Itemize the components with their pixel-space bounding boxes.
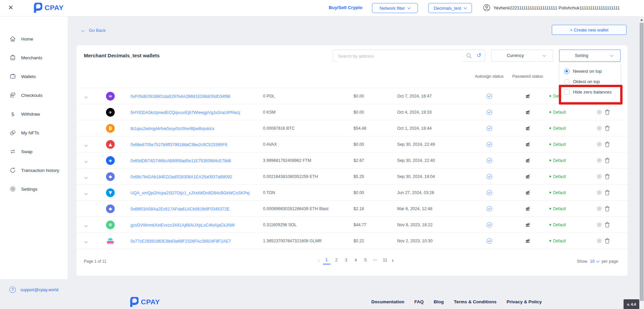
sidebar-item-merchants[interactable]: Merchants	[0, 51, 68, 64]
wallet-address-link[interactable]: 0x65dDB74D7468cAB8959ad5e11E75393984cE78…	[125, 159, 231, 163]
close-icon[interactable]: ✕	[8, 4, 13, 11]
sorting-option-newest-on-top[interactable]: Newest on top	[559, 66, 621, 76]
footer-logo[interactable]: CPAY	[128, 297, 160, 307]
wallet-created-date: Oct 1, 2024, 18:44	[397, 126, 473, 131]
page-button-5[interactable]: 5	[362, 257, 369, 264]
wallet-settings-gear-icon[interactable]	[596, 141, 602, 147]
sidebar-item-label: Transaction history	[21, 168, 59, 173]
wallet-address-link[interactable]: 0x66e8705e7527b9ff379918bbC9be2c9C523395…	[125, 142, 227, 147]
default-status-badge: Default	[549, 223, 590, 227]
table-row: ✈ 5HYiDDASkztpnedECQqvusrEjb7WteegpVgJsG…	[76, 104, 628, 120]
wallet-address-link[interactable]: 0x66f03A58Aa2Ec617AFda61ACb561fb9F034537…	[125, 207, 229, 211]
page-button-1[interactable]: 1	[323, 256, 330, 264]
sidebar-item-swap[interactable]: Swap	[0, 145, 68, 158]
wallet-settings-gear-icon[interactable]	[596, 125, 602, 131]
wallet-delete-trash-icon[interactable]	[605, 174, 610, 179]
wallet-delete-trash-icon[interactable]	[605, 190, 610, 195]
wallet-address-link[interactable]: tb1qxu2wtmjyl4rfve0xsyrfzc0hxr6fpw8rpukl…	[125, 126, 214, 131]
sorting-option-label: Hide zero balances	[573, 89, 612, 95]
wallet-settings-gear-icon[interactable]	[596, 190, 602, 195]
expand-chevron-icon[interactable]	[84, 159, 88, 163]
footer-link-faq[interactable]: FAQ	[414, 299, 424, 304]
wallet-delete-trash-icon[interactable]	[605, 222, 610, 228]
wallet-delete-trash-icon[interactable]	[605, 109, 610, 115]
cpay-logo-icon	[32, 3, 42, 13]
status-dot-icon	[549, 176, 551, 177]
support-link[interactable]: ? support@cpay.world	[9, 287, 58, 293]
wallet-settings-gear-icon[interactable]	[596, 109, 602, 115]
wallet-settings-gear-icon[interactable]	[596, 206, 602, 211]
wallet-delete-trash-icon[interactable]	[605, 158, 610, 163]
sidebar-item-my-nfts[interactable]: My NFTs	[0, 126, 68, 139]
user-account[interactable]: Yevhenii2221111111111111111111 Polishchu…	[483, 4, 620, 11]
expand-chevron-icon[interactable]	[84, 224, 88, 227]
reset-search-icon[interactable]: ↺	[477, 52, 481, 59]
sidebar-item-transaction-history[interactable]: Transaction history	[0, 164, 68, 177]
wallet-delete-trash-icon[interactable]	[605, 125, 610, 131]
scrollbar[interactable]	[639, 16, 644, 309]
radio-icon[interactable]	[564, 69, 570, 74]
footer-link-documentation[interactable]: Documentation	[371, 299, 404, 304]
prev-page-icon[interactable]: ‹	[317, 257, 321, 264]
expand-chevron-icon[interactable]	[84, 95, 88, 98]
page-button-2[interactable]: 2	[333, 257, 340, 264]
page-button-4[interactable]: 4	[352, 257, 360, 264]
wallet-address-link[interactable]: 0x77cE29391963C8b83e69F2326FAc39924F8F2A…	[125, 239, 231, 244]
wallet-address-link[interactable]: UQA_xmQpi2Hcpa2SD7Otjz1_xJXxtWDn8D94cBGk…	[125, 191, 250, 195]
wallet-balance: 0 KSM	[263, 110, 354, 115]
wallet-address-link[interactable]: 0x68c7b42Ab184ED2ad0D8308A1EA25a0937aB80…	[125, 175, 232, 179]
footer-link-terms-conditions[interactable]: Terms & Conditions	[454, 299, 496, 304]
sorting-option-hide-zero-balances[interactable]: Hide zero balances	[559, 87, 621, 97]
wallet-settings-gear-icon[interactable]	[596, 222, 602, 228]
password-status-icon	[525, 109, 531, 115]
page-button-11[interactable]: 11	[381, 257, 389, 264]
sidebar-item-label: My NFTs	[21, 130, 39, 135]
checkbox-icon[interactable]	[564, 89, 570, 95]
wallet-settings-gear-icon[interactable]	[596, 158, 602, 163]
search-icon[interactable]	[466, 53, 472, 59]
radio-icon[interactable]	[564, 79, 570, 84]
go-back-link[interactable]: ← Go Back	[80, 27, 106, 33]
sidebar-item-withdraw[interactable]: $ Withdraw	[0, 107, 68, 121]
version-badge: v. 4.4	[624, 299, 639, 309]
sorting-option-oldest-on-top[interactable]: Oldest on top	[559, 76, 621, 87]
page-button-3[interactable]: 3	[342, 257, 350, 264]
cpay-logo[interactable]: CPAY	[32, 3, 64, 13]
buy-sell-crypto-link[interactable]: Buy/Sell Crypto	[329, 5, 363, 10]
wallet-settings-gear-icon[interactable]	[596, 238, 602, 244]
sidebar-item-label: Checkouts	[21, 93, 43, 98]
sorting-dropdown[interactable]: Sorting	[559, 50, 621, 62]
sidebar-item-checkouts[interactable]: Checkouts	[0, 88, 68, 102]
wallet-address-link[interactable]: 0xF05dE091B801da5297b4A2B691ED6bEf0dD34f…	[125, 94, 230, 99]
currency-dropdown[interactable]: Currency	[491, 50, 553, 62]
wallet-created-date: Jun 27, 2024, 03:26	[397, 190, 473, 195]
autosign-status-icon	[486, 190, 492, 196]
wallet-delete-trash-icon[interactable]	[605, 238, 610, 244]
expand-chevron-icon[interactable]	[84, 143, 88, 146]
wallet-address-link[interactable]: 5HYiDDASkztpnedECQqvusrEjb7WteegpVgJsGra…	[125, 110, 240, 115]
merchant-dropdown[interactable]: Decimals_test	[428, 3, 472, 13]
search-input[interactable]	[337, 50, 463, 62]
create-new-wallet-button[interactable]: + Create new wallet	[552, 25, 627, 35]
wallet-delete-trash-icon[interactable]	[605, 141, 610, 147]
sidebar-item-settings[interactable]: Settings	[0, 182, 68, 196]
footer-link-blog[interactable]: Blog	[434, 299, 444, 304]
wallet-settings-gear-icon[interactable]	[596, 174, 602, 179]
wallet-balance: 3.999681792408962 FTM	[263, 158, 354, 163]
network-filter-dropdown[interactable]: Network filter	[372, 3, 418, 13]
scrollbar-thumb[interactable]	[640, 23, 644, 301]
wallet-created-date: Oct 4, 2024, 19:33	[397, 110, 473, 115]
sidebar-item-home[interactable]: Home	[0, 32, 68, 46]
status-label: Default	[553, 206, 566, 211]
sidebar-item-wallets[interactable]: Wallets	[0, 70, 68, 83]
expand-chevron-icon[interactable]	[84, 191, 88, 195]
scrollbar-up-arrow-icon[interactable]	[640, 19, 643, 21]
footer-link-privacy-policy[interactable]: Privacy & Policy	[506, 299, 542, 304]
wallet-address-link[interactable]: gzvDVWnmkXxtEvxzs3X61Aj66AUXpLsC4foAjaCk…	[125, 223, 235, 228]
page-size-select[interactable]: 10	[590, 259, 599, 264]
expand-chevron-icon[interactable]	[84, 240, 88, 243]
expand-chevron-icon[interactable]	[84, 175, 88, 179]
wallet-delete-trash-icon[interactable]	[605, 206, 610, 211]
password-status-icon	[525, 157, 531, 164]
next-page-icon[interactable]: ›	[391, 257, 394, 264]
